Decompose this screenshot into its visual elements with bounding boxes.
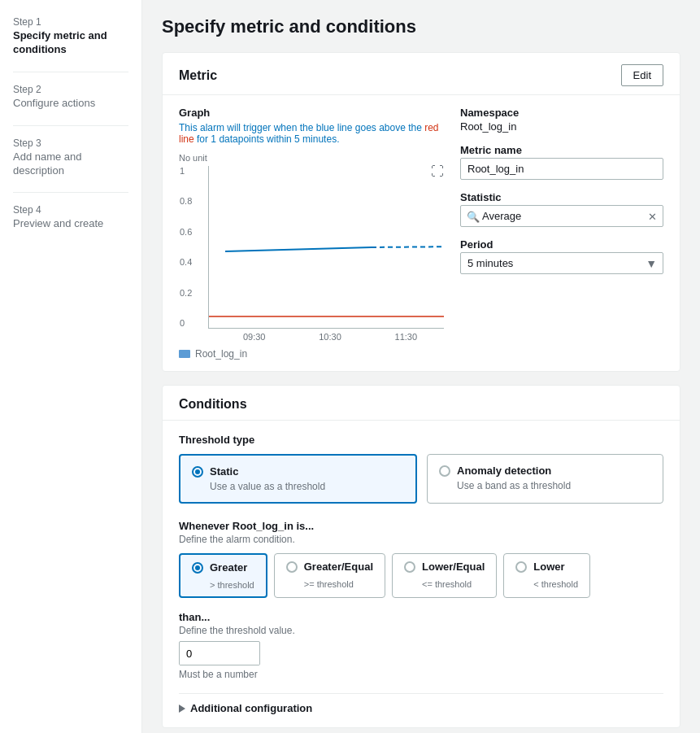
conditions-card: Conditions Threshold type Static Use a v… bbox=[162, 385, 680, 728]
trigger-prefix: This alarm will trigger when the bbox=[179, 122, 316, 133]
legend-box bbox=[179, 350, 190, 358]
anomaly-option[interactable]: Anomaly detection Use a band as a thresh… bbox=[427, 454, 663, 504]
additional-config-toggle[interactable]: Additional configuration bbox=[179, 702, 663, 714]
metric-card-title: Metric bbox=[179, 68, 217, 83]
period-label: Period bbox=[460, 238, 663, 251]
condition-lower[interactable]: Lower < threshold bbox=[503, 553, 590, 598]
conditions-card-title: Conditions bbox=[179, 397, 247, 412]
sidebar-step-1: Step 1 Specify metric and conditions bbox=[13, 16, 128, 57]
sidebar-step-4: Step 4 Preview and create bbox=[13, 204, 128, 231]
statistic-input[interactable] bbox=[460, 205, 663, 227]
y-tick-4: 0.4 bbox=[180, 257, 192, 267]
period-wrapper: 5 minutes 1 minute 15 minutes 1 hour 6 h… bbox=[460, 252, 663, 274]
step4-title: Preview and create bbox=[13, 217, 128, 231]
whenever-sub: Define the alarm condition. bbox=[179, 534, 663, 545]
additional-config: Additional configuration bbox=[179, 693, 663, 714]
static-option-title: Static bbox=[192, 465, 404, 478]
search-icon: 🔍 bbox=[467, 210, 480, 222]
conditions-card-header: Conditions bbox=[163, 386, 680, 421]
condition-greater[interactable]: Greater > threshold bbox=[179, 553, 267, 598]
threshold-type-row: Static Use a value as a threshold Anomal… bbox=[179, 454, 663, 504]
trigger-blue: blue line bbox=[316, 122, 353, 133]
x-tick-1: 09:30 bbox=[243, 332, 266, 342]
y-tick-2: 0.8 bbox=[180, 196, 192, 206]
greater-equal-label: Greater/Equal bbox=[304, 561, 373, 573]
y-tick-1: 1 bbox=[180, 166, 192, 176]
condition-lower-equal[interactable]: Lower/Equal <= threshold bbox=[392, 553, 497, 598]
greater-label: Greater bbox=[210, 561, 247, 574]
clear-icon[interactable]: ✕ bbox=[648, 210, 657, 222]
graph-area: Graph This alarm will trigger when the b… bbox=[179, 107, 663, 360]
conditions-body: Threshold type Static Use a value as a t… bbox=[163, 421, 680, 727]
metric-card-body: Graph This alarm will trigger when the b… bbox=[163, 95, 680, 371]
statistic-label: Statistic bbox=[460, 191, 663, 203]
step3-label: Step 3 bbox=[13, 137, 128, 149]
whenever-title: Whenever Root_log_in is... bbox=[179, 520, 663, 532]
y-tick-3: 0.6 bbox=[180, 227, 192, 237]
period-group: Period 5 minutes 1 minute 15 minutes 1 h… bbox=[460, 238, 663, 274]
metric-fields: Namespace Root_log_in Metric name Statis… bbox=[460, 107, 663, 360]
page-title: Specify metric and conditions bbox=[162, 16, 680, 37]
statistic-wrapper: 🔍 ✕ bbox=[460, 205, 663, 227]
metric-card: Metric Edit Graph This alarm will trigge… bbox=[162, 52, 680, 372]
static-radio bbox=[192, 466, 203, 478]
graph-legend: Root_log_in bbox=[179, 348, 444, 360]
condition-options: Greater > threshold Greater/Equal >= thr… bbox=[179, 553, 663, 598]
graph-container: Graph This alarm will trigger when the b… bbox=[179, 107, 444, 360]
lower-radio bbox=[515, 561, 527, 573]
sidebar-step-2: Step 2 Configure actions bbox=[13, 84, 128, 111]
lower-label: Lower bbox=[533, 561, 564, 573]
static-option-sub: Use a value as a threshold bbox=[210, 481, 404, 492]
period-select[interactable]: 5 minutes 1 minute 15 minutes 1 hour 6 h… bbox=[460, 252, 663, 274]
main-content: Specify metric and conditions Metric Edi… bbox=[142, 0, 700, 733]
graph-label: Graph bbox=[179, 107, 444, 119]
metric-name-label: Metric name bbox=[460, 144, 663, 156]
step1-title: Specify metric and conditions bbox=[13, 29, 128, 57]
than-sub: Define the threshold value. bbox=[179, 625, 663, 636]
metric-name-input[interactable] bbox=[460, 158, 663, 180]
edit-button[interactable]: Edit bbox=[621, 64, 663, 86]
whenever-section: Whenever Root_log_in is... Define the al… bbox=[179, 520, 663, 598]
sidebar-step-3: Step 3 Add name and description bbox=[13, 137, 128, 178]
y-tick-5: 0.2 bbox=[180, 288, 192, 298]
anomaly-radio bbox=[439, 465, 450, 477]
greater-equal-radio bbox=[286, 561, 298, 573]
namespace-label: Namespace bbox=[460, 107, 663, 119]
static-option[interactable]: Static Use a value as a threshold bbox=[179, 454, 417, 504]
svg-line-1 bbox=[372, 246, 444, 247]
condition-greater-equal[interactable]: Greater/Equal >= threshold bbox=[274, 553, 385, 598]
sidebar: Step 1 Specify metric and conditions Ste… bbox=[0, 0, 142, 733]
graph-y-label: No unit bbox=[179, 153, 444, 163]
lower-equal-sub: <= threshold bbox=[422, 579, 472, 589]
namespace-group: Namespace Root_log_in bbox=[460, 107, 663, 133]
step1-label: Step 1 bbox=[13, 16, 128, 28]
step3-title: Add name and description bbox=[13, 151, 128, 178]
lower-sub: < threshold bbox=[533, 579, 578, 589]
greater-sub: > threshold bbox=[210, 580, 254, 590]
trigger-middle: goes above the bbox=[355, 122, 424, 133]
graph-chart: ⛶ 1 0.8 0.6 0.4 0.2 0 bbox=[208, 166, 444, 329]
step2-title: Configure actions bbox=[13, 97, 128, 111]
additional-config-label: Additional configuration bbox=[190, 702, 312, 714]
threshold-value-input[interactable] bbox=[180, 643, 260, 665]
than-section: than... Define the threshold value. ▲ ▼ … bbox=[179, 611, 663, 680]
chart-svg bbox=[209, 166, 444, 328]
metric-name-group: Metric name bbox=[460, 144, 663, 180]
y-tick-6: 0 bbox=[180, 318, 192, 328]
lower-equal-label: Lower/Equal bbox=[422, 561, 485, 573]
greater-equal-sub: >= threshold bbox=[304, 579, 354, 589]
anomaly-option-sub: Use a band as a threshold bbox=[457, 480, 651, 491]
trigger-suffix: for 1 datapoints within 5 minutes. bbox=[197, 133, 339, 145]
legend-label: Root_log_in bbox=[195, 348, 247, 360]
anomaly-option-title: Anomaly detection bbox=[439, 465, 651, 477]
step4-label: Step 4 bbox=[13, 204, 128, 216]
namespace-value: Root_log_in bbox=[460, 120, 663, 133]
y-ticks: 1 0.8 0.6 0.4 0.2 0 bbox=[180, 166, 192, 328]
threshold-type-label: Threshold type bbox=[179, 434, 663, 446]
triangle-icon bbox=[179, 705, 185, 713]
graph-trigger-text: This alarm will trigger when the blue li… bbox=[179, 122, 444, 145]
svg-line-0 bbox=[225, 247, 372, 251]
threshold-value-wrapper: ▲ ▼ bbox=[179, 641, 260, 665]
step2-label: Step 2 bbox=[13, 84, 128, 95]
must-be-number: Must be a number bbox=[179, 669, 663, 680]
